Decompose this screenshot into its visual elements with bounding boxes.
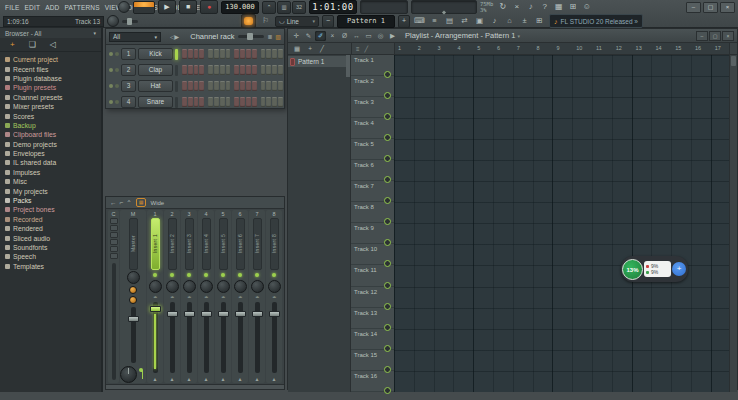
- track-mode-icon[interactable]: [384, 324, 391, 331]
- step-cell[interactable]: [226, 97, 231, 107]
- play-button[interactable]: ▶: [158, 0, 176, 14]
- browser-item-templates[interactable]: Templates: [0, 262, 101, 271]
- metronome-icon[interactable]: ≡: [428, 15, 441, 27]
- track-led-icon[interactable]: [255, 273, 259, 277]
- route-arrow-icon[interactable]: ▲: [272, 375, 277, 383]
- step-cell[interactable]: [194, 49, 199, 59]
- tempo-display[interactable]: 130.000: [221, 1, 259, 14]
- step-cell[interactable]: [220, 65, 225, 75]
- channel-mute-led-icon[interactable]: [109, 100, 113, 104]
- step-cell[interactable]: [278, 97, 283, 107]
- step-cell[interactable]: [246, 65, 251, 75]
- close-all-icon[interactable]: ×: [510, 1, 523, 13]
- channel-number-button[interactable]: 1: [121, 48, 136, 60]
- progress-circle[interactable]: 13%: [622, 259, 643, 280]
- step-cell[interactable]: [261, 65, 266, 75]
- pattern-previous-button[interactable]: −: [322, 15, 334, 28]
- pan-knob[interactable]: [268, 280, 281, 293]
- menu-edit[interactable]: EDIT: [23, 4, 43, 11]
- browser-item-clipboard-files[interactable]: Clipboard files: [0, 130, 101, 139]
- mixer-current-strip[interactable]: C: [108, 210, 119, 383]
- step-cell[interactable]: [208, 49, 213, 59]
- pan-knob[interactable]: [217, 280, 230, 293]
- playlist-grid[interactable]: [394, 55, 729, 392]
- volume-fader[interactable]: [221, 302, 226, 373]
- add-pattern-icon[interactable]: +: [308, 45, 312, 52]
- channel-mute-led-icon[interactable]: [109, 52, 113, 56]
- browser-item-speech[interactable]: Speech: [0, 252, 101, 261]
- channel-select-indicator[interactable]: [175, 65, 178, 76]
- channel-pan-led-icon[interactable]: [115, 52, 119, 56]
- online-panel-button[interactable]: [241, 14, 256, 28]
- browser-item-recent-files[interactable]: Recent files: [0, 64, 101, 73]
- main-volume-knob[interactable]: [118, 1, 130, 13]
- timeline-bar-number[interactable]: 16: [695, 45, 701, 51]
- fader-handle[interactable]: [184, 311, 195, 317]
- timeline-bar-number[interactable]: 14: [655, 45, 661, 51]
- step-edit-icon[interactable]: ♪: [488, 15, 501, 27]
- channel-name-button[interactable]: Kick: [138, 48, 173, 60]
- step-cell[interactable]: [278, 81, 283, 91]
- browser-item-my-projects[interactable]: My projects: [0, 186, 101, 195]
- step-cell[interactable]: [252, 97, 257, 107]
- mixer-scrollbar[interactable]: [106, 384, 284, 389]
- step-cell[interactable]: [182, 81, 187, 91]
- track-led-icon[interactable]: [204, 273, 208, 277]
- menu-add[interactable]: ADD: [43, 4, 61, 11]
- mixer-track-strip-6[interactable]: 6Insert 6≐▲: [232, 210, 248, 383]
- playlist-close-button[interactable]: ×: [722, 31, 734, 41]
- draw-tool-icon[interactable]: ✎: [303, 31, 314, 41]
- browser-item-backup[interactable]: Backup: [0, 121, 101, 130]
- cpu-meter-panel[interactable]: [411, 0, 477, 14]
- close-button[interactable]: ×: [720, 2, 735, 13]
- step-cell[interactable]: [234, 49, 239, 59]
- step-cell[interactable]: [188, 81, 193, 91]
- step-cell[interactable]: [188, 65, 193, 75]
- route-arrow-icon[interactable]: ▲: [187, 375, 192, 383]
- step-cell[interactable]: [194, 65, 199, 75]
- detach-icon[interactable]: ⌃: [126, 199, 131, 207]
- audition-icon[interactable]: ◁: [50, 40, 56, 49]
- track-led-icon[interactable]: [170, 273, 174, 277]
- pat-song-switch[interactable]: [133, 1, 155, 14]
- step-cell[interactable]: [226, 49, 231, 59]
- route-arrow-icon[interactable]: ▲: [255, 375, 260, 383]
- multilink-icon[interactable]: ⊞: [533, 15, 546, 27]
- step-cell[interactable]: [246, 97, 251, 107]
- channel-mute-led-icon[interactable]: [109, 84, 113, 88]
- step-cell[interactable]: [208, 65, 213, 75]
- recycle-icon[interactable]: ↻: [496, 1, 509, 13]
- step-cell[interactable]: [246, 81, 251, 91]
- shuffle-slider[interactable]: [122, 20, 138, 23]
- volume-fader[interactable]: [255, 302, 260, 373]
- step-cell[interactable]: [266, 49, 271, 59]
- playlist-track-header-track-1[interactable]: Track 1: [351, 55, 394, 76]
- track-mode-icon[interactable]: [384, 282, 391, 289]
- pan-knob[interactable]: [251, 280, 264, 293]
- note-slide-icon[interactable]: ±: [518, 15, 531, 27]
- add-icon[interactable]: +: [10, 40, 15, 49]
- overdub-icon[interactable]: ⌂: [503, 15, 516, 27]
- select-tool-icon[interactable]: ▭: [363, 31, 374, 41]
- step-cell[interactable]: [246, 49, 251, 59]
- browser-item-rendered[interactable]: Rendered: [0, 224, 101, 233]
- mixer-track-strip-1[interactable]: 1Insert 1≐▲: [147, 210, 163, 383]
- dock-left-icon[interactable]: ←: [110, 199, 117, 207]
- route-arrow-icon[interactable]: ▲: [221, 375, 226, 383]
- step-cell[interactable]: [182, 97, 187, 107]
- step-cell[interactable]: [234, 97, 239, 107]
- step-cell[interactable]: [266, 65, 271, 75]
- channel-name-button[interactable]: Hat: [138, 80, 173, 92]
- browser-item-misc[interactable]: Misc: [0, 177, 101, 186]
- mixer-track-strip-8[interactable]: 8Insert 8≐▲: [266, 210, 282, 383]
- channel-select-indicator[interactable]: [175, 81, 178, 92]
- smiley-icon[interactable]: ☺: [580, 1, 593, 13]
- route-arrow-icon[interactable]: ▲: [170, 375, 175, 383]
- step-cell[interactable]: [194, 97, 199, 107]
- overlay-action-button[interactable]: +: [672, 262, 686, 276]
- browser-item-il-shared-data[interactable]: IL shared data: [0, 158, 101, 167]
- send-knob[interactable]: [129, 286, 137, 294]
- step-cell[interactable]: [182, 65, 187, 75]
- step-cell[interactable]: [199, 81, 204, 91]
- step-cell[interactable]: [252, 65, 257, 75]
